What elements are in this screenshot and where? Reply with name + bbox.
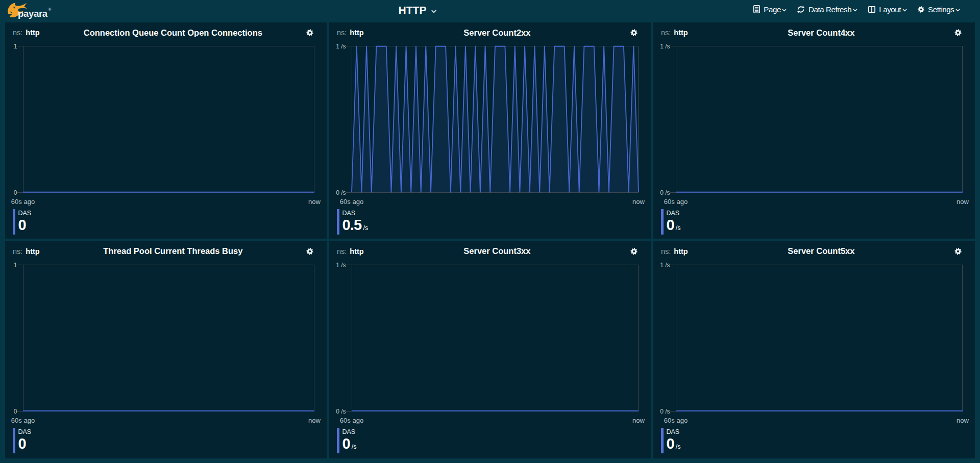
svg-text:1: 1 (14, 43, 17, 50)
svg-text:60s ago: 60s ago (11, 417, 35, 424)
svg-text:1 /s: 1 /s (660, 43, 670, 50)
svg-text:1 /s: 1 /s (660, 261, 670, 268)
svg-text:0 /s: 0 /s (660, 189, 670, 196)
svg-text:0 /s: 0 /s (336, 189, 346, 196)
svg-text:now: now (632, 198, 645, 205)
svg-text:60s ago: 60s ago (340, 417, 363, 424)
svg-text:60s ago: 60s ago (664, 198, 688, 205)
svg-text:now: now (308, 417, 321, 424)
svg-text:0 /s: 0 /s (660, 408, 670, 415)
svg-text:60s ago: 60s ago (340, 198, 363, 205)
svg-text:1: 1 (14, 261, 17, 268)
svg-text:now: now (957, 198, 969, 205)
svg-text:now: now (957, 417, 969, 424)
svg-text:now: now (632, 417, 645, 424)
svg-text:0: 0 (14, 189, 17, 196)
svg-text:1 /s: 1 /s (336, 261, 346, 268)
svg-text:1 /s: 1 /s (336, 43, 346, 50)
svg-text:60s ago: 60s ago (664, 417, 688, 424)
svg-text:0 /s: 0 /s (336, 408, 346, 415)
svg-text:60s ago: 60s ago (11, 198, 35, 205)
svg-text:0: 0 (14, 408, 17, 415)
svg-text:now: now (308, 198, 321, 205)
